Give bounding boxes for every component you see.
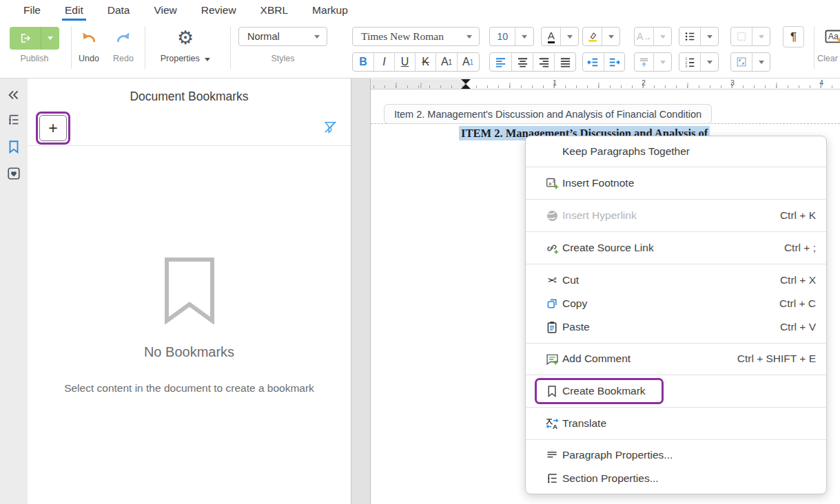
font-style-group: B I U K A1 A1 (352, 52, 480, 72)
bold-button[interactable]: B (353, 53, 373, 71)
indent-button[interactable] (604, 53, 625, 71)
svg-text:A: A (552, 423, 557, 430)
bullet-list-control (679, 27, 719, 46)
redo-button[interactable] (110, 28, 136, 48)
numbered-list-button[interactable]: 1 2 3 (679, 53, 700, 71)
add-bookmark-button[interactable]: + (39, 115, 67, 141)
menu-item-create-bookmark[interactable]: Create Bookmark (526, 379, 826, 403)
menu-item-copy[interactable]: Copy Ctrl + C (526, 292, 826, 315)
menu-item-create-source-link[interactable]: Create Source Link Ctrl + ; (526, 236, 826, 260)
borders-button[interactable] (731, 28, 752, 45)
paragraph-properties-icon (544, 448, 560, 463)
font-size-select[interactable]: 10 (489, 27, 534, 46)
insert-hyperlink-icon (544, 209, 560, 223)
align-center-button[interactable] (511, 53, 533, 71)
panel-gutter (351, 78, 371, 504)
underline-button[interactable]: U (394, 53, 415, 71)
indent-group (582, 52, 625, 72)
panel-separator (28, 145, 351, 146)
bookmarks-panel-icon[interactable] (6, 139, 21, 154)
menu-item-section-properties[interactable]: Section Properties... (526, 467, 826, 490)
font-color-icon: A (548, 30, 555, 43)
panel-title: Document Bookmarks (28, 90, 351, 104)
bullet-list-caret[interactable] (700, 28, 718, 45)
fit-icon (735, 56, 748, 68)
menu-view[interactable]: View (153, 1, 177, 19)
ruler-number: 4 (819, 79, 823, 87)
char-style-caret[interactable] (653, 28, 671, 45)
spacing-caret[interactable] (653, 53, 671, 71)
highlight-button[interactable] (583, 28, 602, 45)
context-menu: Keep Paragraphs Together a 1 Insert Foot… (525, 136, 827, 494)
indent-marker[interactable] (461, 79, 471, 89)
numbered-list-icon: 1 2 3 (684, 56, 696, 68)
fit-button[interactable] (731, 53, 752, 71)
font-family-caret-icon (467, 28, 479, 45)
menu-item-paragraph-properties[interactable]: Paragraph Properties... (526, 443, 826, 467)
menu-data[interactable]: Data (107, 1, 131, 19)
svg-text:a: a (549, 179, 551, 186)
subscript-button[interactable]: A1 (457, 53, 478, 71)
menu-file[interactable]: File (23, 1, 41, 19)
font-family-value: Times New Roman (353, 28, 467, 45)
publish-button[interactable] (10, 27, 59, 50)
borders-icon (735, 30, 748, 43)
italic-button[interactable]: I (373, 53, 394, 71)
empty-state-title: No Bookmarks (28, 344, 351, 360)
font-size-caret-icon[interactable] (515, 28, 533, 45)
menu-item-cut[interactable]: ✂ Cut Ctrl + X (526, 269, 826, 292)
undo-label: Undo (74, 54, 103, 63)
menu-item-translate[interactable]: A Translate (526, 412, 826, 435)
horizontal-ruler[interactable]: 1 2 3 4 (371, 79, 840, 90)
align-right-icon (538, 56, 550, 68)
align-left-button[interactable] (490, 53, 511, 71)
menu-xbrl[interactable]: XBRL (260, 1, 289, 19)
font-color-control: A (541, 27, 579, 46)
pilcrow-button[interactable]: ¶ (783, 26, 804, 48)
toolbar: Publish Undo Redo ⚙ Properties Normal St… (0, 21, 840, 78)
outline-panel-icon[interactable] (6, 113, 21, 128)
styles-select[interactable]: Normal (238, 27, 327, 46)
properties-button[interactable]: ⚙ (174, 26, 197, 50)
outdent-button[interactable] (583, 53, 604, 71)
align-right-button[interactable] (533, 53, 554, 71)
indent-icon (608, 56, 620, 68)
menu-edit[interactable]: Edit (64, 1, 84, 19)
menu-item-keep-paragraphs-together[interactable]: Keep Paragraphs Together (526, 140, 826, 163)
strikethrough-button[interactable]: K (415, 53, 436, 71)
publish-dropdown[interactable] (41, 27, 59, 50)
collapse-panel-icon[interactable] (6, 87, 21, 103)
highlight-control (582, 27, 620, 46)
bullet-list-button[interactable] (679, 28, 700, 45)
svg-text:3: 3 (685, 64, 687, 68)
menu-markup[interactable]: Markup (311, 1, 349, 19)
section-label-chip[interactable]: Item 2. Management's Discussion and Anal… (384, 104, 712, 124)
undo-icon (79, 29, 99, 47)
align-left-icon (495, 56, 506, 68)
font-family-select[interactable]: Times New Roman (352, 27, 480, 46)
menu-review[interactable]: Review (201, 1, 237, 19)
superscript-button[interactable]: A1 (436, 53, 457, 71)
clear-formatting-button[interactable]: Aa (822, 27, 840, 46)
align-justify-button[interactable] (554, 53, 575, 71)
char-style-icon: A→ (637, 31, 651, 42)
font-color-caret[interactable] (560, 28, 578, 45)
filter-bookmarks-button[interactable] (322, 119, 338, 135)
redo-label: Redo (109, 54, 138, 63)
highlight-caret[interactable] (602, 28, 619, 45)
alignment-group (489, 52, 576, 72)
spacing-button[interactable] (635, 53, 653, 71)
undo-button[interactable] (76, 28, 102, 48)
menu-item-paste[interactable]: Paste Ctrl + V (526, 315, 826, 339)
borders-caret[interactable] (752, 28, 770, 45)
app-window: { "menubar": { "items": [ {"label": "Fil… (0, 0, 840, 504)
char-style-button[interactable]: A→ (635, 28, 653, 45)
menu-item-add-comment[interactable]: Add Comment Ctrl + SHIFT + E (526, 347, 826, 370)
menu-item-insert-footnote[interactable]: a 1 Insert Footnote (526, 171, 826, 195)
redo-icon (114, 29, 133, 47)
properties-label[interactable]: Properties (153, 54, 218, 63)
comments-panel-icon[interactable] (6, 166, 21, 181)
fit-caret[interactable] (752, 53, 770, 71)
numbered-list-caret[interactable] (700, 53, 718, 71)
font-color-button[interactable]: A (542, 28, 560, 45)
